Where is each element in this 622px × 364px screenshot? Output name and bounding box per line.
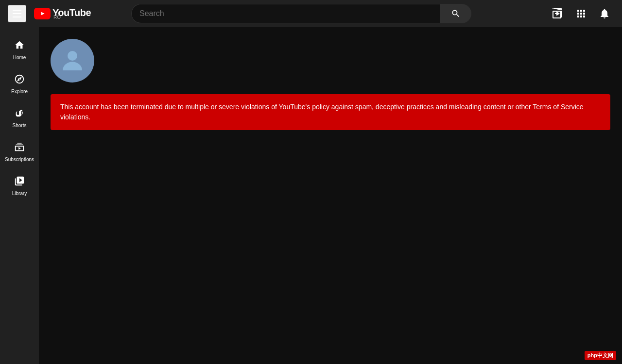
sidebar-subscriptions-label: Subscriptions bbox=[5, 157, 34, 162]
header-left: YouTube RO bbox=[8, 5, 91, 22]
sidebar-shorts-label: Shorts bbox=[13, 123, 27, 128]
watermark: php中文网 bbox=[585, 351, 616, 360]
sidebar-home-label: Home bbox=[13, 55, 26, 60]
home-icon bbox=[14, 40, 25, 53]
sidebar: Home Explore Shorts bbox=[0, 27, 39, 364]
explore-icon bbox=[14, 74, 25, 87]
search-button[interactable] bbox=[440, 4, 471, 23]
sidebar-library-label: Library bbox=[12, 191, 27, 196]
youtube-apps-button[interactable] bbox=[571, 4, 591, 23]
sidebar-explore-label: Explore bbox=[11, 89, 28, 94]
header: YouTube RO bbox=[0, 0, 622, 27]
channel-avatar bbox=[51, 39, 94, 83]
subscriptions-icon bbox=[14, 142, 25, 155]
header-right bbox=[548, 4, 614, 23]
youtube-logo-icon bbox=[34, 8, 51, 19]
main-content: This account has been terminated due to … bbox=[39, 27, 622, 364]
layout: Home Explore Shorts bbox=[0, 27, 622, 364]
search-input[interactable] bbox=[131, 4, 440, 23]
sidebar-item-subscriptions[interactable]: Subscriptions bbox=[0, 135, 39, 167]
channel-header bbox=[51, 39, 610, 94]
termination-banner: This account has been terminated due to … bbox=[51, 94, 610, 130]
svg-point-1 bbox=[68, 51, 77, 61]
sidebar-item-shorts[interactable]: Shorts bbox=[0, 101, 39, 133]
youtube-logo[interactable]: YouTube RO bbox=[34, 7, 91, 20]
sidebar-item-library[interactable]: Library bbox=[0, 169, 39, 201]
menu-button[interactable] bbox=[8, 5, 26, 22]
sidebar-item-home[interactable]: Home bbox=[0, 33, 39, 65]
termination-message: This account has been terminated due to … bbox=[60, 102, 601, 122]
shorts-icon bbox=[14, 108, 25, 121]
create-button[interactable] bbox=[548, 4, 568, 23]
search-container bbox=[131, 4, 471, 23]
svg-marker-0 bbox=[41, 12, 45, 16]
logo-country: RO bbox=[53, 15, 61, 20]
library-icon bbox=[14, 176, 25, 189]
notifications-button[interactable] bbox=[595, 4, 614, 23]
sidebar-item-explore[interactable]: Explore bbox=[0, 67, 39, 99]
